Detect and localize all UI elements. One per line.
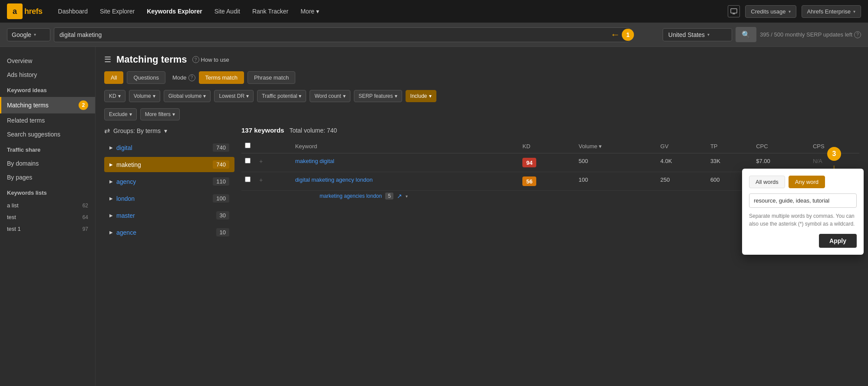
popup-hint: Separate multiple words by commas. You c…: [749, 212, 857, 228]
serp-help-icon[interactable]: ?: [854, 31, 861, 38]
tab-phrase-match[interactable]: Phrase match: [248, 71, 295, 84]
row2-serp-count: 5: [385, 193, 393, 200]
popup-tab-all-words[interactable]: All words: [749, 176, 785, 188]
filter-volume[interactable]: Volume ▾: [129, 90, 160, 102]
filter-word-count[interactable]: Word count ▾: [310, 90, 350, 102]
enterprise-chevron: ▾: [853, 9, 855, 14]
dr-chevron: ▾: [246, 93, 249, 99]
sidebar-item-overview[interactable]: Overview: [0, 54, 95, 68]
search-button[interactable]: 🔍: [736, 27, 756, 42]
kd-chevron: ▾: [118, 93, 121, 99]
row2-checkbox-cell: [241, 172, 254, 191]
group-agency[interactable]: ▶ agency 110: [104, 174, 234, 189]
nav-keywords-explorer[interactable]: Keywords Explorer: [142, 5, 208, 17]
row2-checkbox[interactable]: [245, 176, 251, 182]
row2-keyword-link[interactable]: digital maketing agency london: [295, 176, 373, 183]
popup-apply-button[interactable]: Apply: [819, 234, 857, 248]
row1-add-button[interactable]: +: [257, 158, 264, 165]
row1-kd-badge: 94: [522, 158, 536, 167]
filter-lowest-dr[interactable]: Lowest DR ▾: [214, 90, 254, 102]
sidebar-item-by-pages[interactable]: By pages: [0, 170, 95, 184]
nav-more[interactable]: More ▾: [295, 5, 324, 17]
how-to-use-icon: ?: [192, 56, 199, 63]
engine-select[interactable]: Google ▾: [7, 28, 50, 41]
th-volume[interactable]: Volume ▾: [575, 139, 657, 153]
search-input[interactable]: [54, 27, 630, 42]
exc-chevron: ▾: [129, 111, 132, 117]
sidebar-item-matching-terms[interactable]: Matching terms 2: [0, 97, 95, 113]
filter-serp-features[interactable]: SERP features ▾: [354, 90, 402, 102]
enterprise-button[interactable]: Ahrefs Enterprise ▾: [802, 5, 861, 18]
tab-terms-match[interactable]: Terms match: [199, 71, 244, 84]
group-maketing[interactable]: ▶ maketing 740: [104, 157, 234, 172]
sidebar-item-by-domains[interactable]: By domains: [0, 156, 95, 170]
row1-add-cell: +: [254, 153, 292, 172]
filter-exclude[interactable]: Exclude ▾: [104, 108, 137, 120]
tab-questions[interactable]: Questions: [127, 71, 165, 84]
th-keyword[interactable]: Keyword: [292, 139, 519, 153]
topnav: a hrefs Dashboard Site Explorer Keywords…: [0, 0, 868, 23]
group-arrow-maketing: ▶: [109, 162, 113, 167]
filter-more[interactable]: More filters ▾: [140, 108, 180, 120]
row1-checkbox-cell: [241, 153, 254, 172]
keywords-header: 137 keywords Total volume: 740: [241, 126, 859, 134]
nav-site-audit[interactable]: Site Audit: [209, 5, 245, 17]
sidebar-kw-test[interactable]: test 64: [0, 211, 95, 223]
filter-include[interactable]: Include ▾: [406, 90, 436, 102]
groups-header[interactable]: ⇄ Groups: By terms ▾: [104, 126, 234, 135]
tp-chevron: ▾: [299, 93, 301, 99]
layout: Overview Ads history Keyword ideas Match…: [0, 47, 868, 386]
section-header: ☰ Matching terms ? How to use: [104, 54, 859, 65]
row2-more-icon[interactable]: ▾: [406, 194, 408, 199]
row1-volume-cell: 500: [575, 153, 657, 172]
filter-kd[interactable]: KD ▾: [104, 90, 125, 102]
row1-checkbox[interactable]: [245, 158, 251, 163]
th-kd[interactable]: KD: [519, 139, 575, 153]
table-header-row: Keyword KD Volume ▾ GV TP CPC CPS: [241, 139, 859, 153]
filter-global-volume[interactable]: Global volume ▾: [164, 90, 211, 102]
mode-help-icon[interactable]: ?: [188, 74, 195, 81]
group-london[interactable]: ▶ london 100: [104, 191, 234, 206]
row2-trend-icon[interactable]: ↗: [397, 193, 402, 200]
th-cpc[interactable]: CPC: [752, 139, 809, 153]
group-agence[interactable]: ▶ agence 10: [104, 225, 234, 240]
th-gv[interactable]: GV: [657, 139, 707, 153]
how-to-use[interactable]: ? How to use: [192, 56, 229, 63]
group-arrow-digital: ▶: [109, 145, 113, 150]
nav-right: Credits usage ▾ Ahrefs Enterprise ▾: [728, 5, 861, 18]
sidebar-item-ads-history[interactable]: Ads history: [0, 68, 95, 82]
sidebar-section-traffic-share: Traffic share: [0, 141, 95, 156]
section-title: Matching terms: [116, 54, 187, 65]
nav-site-explorer[interactable]: Site Explorer: [95, 5, 140, 17]
sidebar-section-keyword-ideas: Keyword ideas: [0, 82, 95, 97]
credits-chevron: ▾: [789, 9, 791, 14]
th-tp[interactable]: TP: [707, 139, 752, 153]
row1-keyword-link[interactable]: maketing digital: [295, 158, 334, 164]
wc-chevron: ▾: [343, 93, 346, 99]
sidebar-item-related-terms[interactable]: Related terms: [0, 113, 95, 127]
logo: a hrefs: [7, 3, 43, 19]
row2-serp-link[interactable]: marketing agencies london: [320, 193, 382, 199]
tab-all[interactable]: All: [104, 71, 123, 84]
popup-input[interactable]: [749, 193, 857, 208]
gv-chevron: ▾: [203, 93, 206, 99]
groups-icon: ⇄: [104, 126, 110, 135]
nav-dashboard[interactable]: Dashboard: [53, 5, 93, 17]
credits-usage-button[interactable]: Credits usage ▾: [745, 5, 796, 18]
group-master[interactable]: ▶ master 30: [104, 208, 234, 223]
group-digital[interactable]: ▶ digital 740: [104, 140, 234, 155]
more-chevron: ▾: [172, 111, 175, 117]
select-all-checkbox[interactable]: [245, 143, 251, 148]
country-select[interactable]: United States ▾: [663, 28, 732, 41]
main-content: ☰ Matching terms ? How to use All Questi…: [96, 47, 868, 386]
row1-gv-cell: 4.0K: [657, 153, 707, 172]
row2-add-button[interactable]: +: [257, 176, 264, 183]
screen-icon[interactable]: [728, 5, 740, 17]
sidebar-kw-test1[interactable]: test 1 97: [0, 223, 95, 235]
sidebar-item-search-suggestions[interactable]: Search suggestions: [0, 127, 95, 141]
filter-traffic-potential[interactable]: Traffic potential ▾: [257, 90, 306, 102]
sidebar-kw-a-list[interactable]: a list 62: [0, 200, 95, 211]
popup-tab-any-word[interactable]: Any word: [789, 176, 825, 188]
nav-rank-tracker[interactable]: Rank Tracker: [247, 5, 294, 17]
hamburger-icon[interactable]: ☰: [104, 55, 111, 64]
